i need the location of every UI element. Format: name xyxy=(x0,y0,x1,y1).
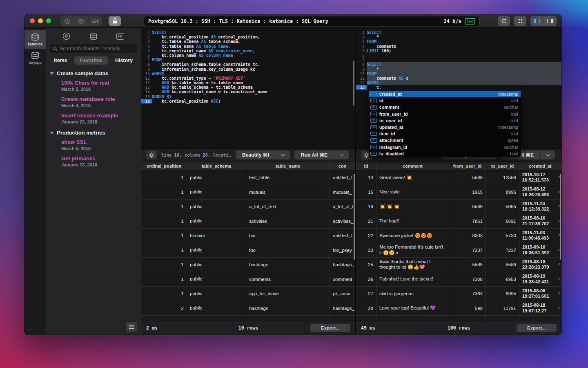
table-cell[interactable]: 2015-10-17 16:52:11.573‹ xyxy=(519,171,561,185)
table-row[interactable]: 26Fab shot! Love the jacket!730869532015… xyxy=(356,272,561,287)
table-cell[interactable]: 7364 xyxy=(449,287,486,301)
code-line[interactable]: 8 information_schema.table_constraints t… xyxy=(141,62,355,67)
table-cell[interactable]: untitled_t xyxy=(330,229,355,243)
table-row[interactable]: 1publicfoofoo_pkey xyxy=(141,243,355,258)
table-cell[interactable]: bar xyxy=(246,229,330,243)
table-cell[interactable]: 2015-11-03 11:00:48.493‹ xyxy=(519,229,561,243)
cancel-query-button[interactable] xyxy=(60,16,74,26)
table-cell[interactable]: 5569 xyxy=(449,200,486,214)
table-cell[interactable]: 2 xyxy=(141,301,187,316)
column-header[interactable]: comment xyxy=(376,162,449,170)
table-cell[interactable]: pk_snoa xyxy=(330,287,355,301)
table-cell[interactable]: public xyxy=(187,258,246,272)
table-cell[interactable]: foo xyxy=(246,243,330,258)
table-cell[interactable]: foo_pkey xyxy=(330,243,355,258)
code-line[interactable]: 6 kc.column_name AS column_name xyxy=(141,53,355,58)
table-cell[interactable]: 2015-08-12 10:26:20.693‹ xyxy=(519,185,561,200)
table-row[interactable]: 1bimbimbaruntitled_t xyxy=(141,229,355,243)
table-row[interactable]: 21The bag!!785166912015-08-16 21:17:39.7… xyxy=(356,214,561,229)
code-line[interactable]: 1SELECT xyxy=(356,30,561,35)
column-header[interactable]: id xyxy=(356,162,376,170)
table-cell[interactable]: comments xyxy=(246,272,330,287)
table-cell[interactable]: 1 xyxy=(141,185,187,200)
table-row[interactable]: 25Aww thanks that's what I thought to lo… xyxy=(356,258,561,272)
table-cell[interactable]: a_lot_of_t xyxy=(330,200,355,214)
beautify-button[interactable]: Beautify ⌘I xyxy=(236,150,276,159)
export-button[interactable]: Export... xyxy=(310,324,350,332)
code-line[interactable]: 9 information_schema.key_column_usage kc xyxy=(141,67,355,72)
close-window-button[interactable] xyxy=(30,18,35,23)
table-cell[interactable]: 1915 xyxy=(449,185,486,200)
zoom-window-button[interactable] xyxy=(46,18,51,23)
code-line[interactable]: 1SELECT xyxy=(141,30,355,35)
tab-items[interactable]: Items xyxy=(54,58,67,63)
column-header[interactable]: con xyxy=(330,162,355,170)
table-row[interactable]: 14Great video! 💥5569125662015-10-17 16:5… xyxy=(356,171,561,185)
table-cell[interactable]: Fab shot! Love the jacket! xyxy=(376,272,449,287)
code-line[interactable]: 3FROM xyxy=(356,39,561,44)
table-cell[interactable]: 5665 xyxy=(486,200,519,214)
table-cell[interactable]: 5730 xyxy=(486,229,519,243)
autocomplete-item[interactable]: COLattachmentbytea xyxy=(369,137,521,144)
table-row[interactable]: 1publiccommentscomment xyxy=(141,272,355,287)
refresh-button[interactable] xyxy=(498,16,510,26)
database-icon[interactable] xyxy=(89,33,98,40)
table-cell[interactable]: 1 xyxy=(141,171,187,185)
code-line[interactable]: 4 comments xyxy=(356,44,561,49)
table-row[interactable]: 27skirt is gorgeous736489952015-08-06 19… xyxy=(356,287,561,301)
table-row[interactable]: 19💥 💥 💥556956652015-11-24 10:12:39.322‹ xyxy=(356,200,561,214)
autocomplete-item[interactable]: COLis_disabledbool xyxy=(369,150,521,157)
column-header[interactable]: to_user_id xyxy=(486,162,519,170)
search-input[interactable] xyxy=(60,46,134,52)
table-cell[interactable]: 23 xyxy=(356,243,376,258)
sidebar-menu-button[interactable] xyxy=(126,322,137,332)
tab-favorites[interactable]: Favorites xyxy=(74,56,108,65)
code-line[interactable]: 2 * xyxy=(356,35,561,39)
table-cell[interactable]: untitled_t xyxy=(330,171,355,185)
table-cell[interactable]: 21 xyxy=(356,214,376,229)
autocomplete-item[interactable]: COLupdated_attimestamp xyxy=(369,124,521,130)
autocomplete-item[interactable]: COLfrom_user_idint4 xyxy=(369,111,521,117)
table-cell[interactable]: hashtags_ xyxy=(330,301,355,316)
run-all-button[interactable]: Run All ⌘E xyxy=(294,150,334,159)
autocomplete-item[interactable]: COLidint4 xyxy=(369,97,521,104)
table-cell[interactable]: public xyxy=(187,301,246,316)
code-line[interactable]: 13 c. xyxy=(356,85,561,90)
table-cell[interactable]: 💥 💥 💥 xyxy=(376,200,449,214)
export-button[interactable]: Export... xyxy=(517,324,557,332)
table-cell[interactable]: 7237 xyxy=(449,243,486,258)
table-cell[interactable]: comment xyxy=(330,272,355,287)
toggle-right-panel-button[interactable] xyxy=(544,16,557,26)
table-row[interactable]: 28Love your top! Beautiful 💜599117912015… xyxy=(356,301,561,316)
table-cell[interactable]: 8995 xyxy=(486,185,519,200)
table-row[interactable]: 23Me too Fernanda! It's cute isn't it 🙂😊… xyxy=(356,243,561,258)
code-line[interactable]: 2 kc.ordinal_position AS ordinal_positio… xyxy=(141,35,355,39)
table-row[interactable]: 1publicactivitiesactivities_ xyxy=(141,214,355,229)
column-header[interactable]: ordinal_position xyxy=(141,162,187,170)
code-line[interactable]: 16 kc.ordinal_position ASC; xyxy=(141,99,355,103)
table-cell[interactable]: activities_ xyxy=(330,214,355,229)
table-cell[interactable]: 22 xyxy=(356,229,376,243)
table-cell[interactable]: 2015-11-24 10:12:39.322‹ xyxy=(519,200,561,214)
table-cell[interactable]: public xyxy=(187,171,246,185)
table-cell[interactable]: 27 xyxy=(356,287,376,301)
table-cell[interactable]: 2015-08-06 19:27:01.601‹ xyxy=(519,287,561,301)
autocomplete-item[interactable]: COLcommentvarchar xyxy=(369,104,521,110)
code-line[interactable]: 4 tc.table_name AS table_name, xyxy=(141,44,355,49)
favorite-item[interactable]: Insert release exampleJanuary 23, 2018 xyxy=(61,112,138,125)
table-cell[interactable]: mutuals xyxy=(246,185,330,200)
table-cell[interactable] xyxy=(141,316,187,321)
table-cell[interactable]: hashtags xyxy=(246,301,330,316)
table-row[interactable] xyxy=(141,316,355,321)
table-row[interactable]: 22Awesome jacket 😍😍😍830357302015-11-03 1… xyxy=(356,229,561,243)
table-row[interactable]: 2015-11-02‹ xyxy=(356,316,561,321)
table-cell[interactable]: 6691 xyxy=(486,214,519,229)
table-row[interactable]: 2publichashtagshashtags_ xyxy=(141,301,355,316)
table-row[interactable]: 15Nice style191589952015-08-12 10:26:20.… xyxy=(356,185,561,200)
favorite-item[interactable]: Get primariesJanuary 23, 2018 xyxy=(61,155,138,168)
table-cell[interactable]: 1 xyxy=(141,229,187,243)
table-cell[interactable]: 15 xyxy=(356,185,376,200)
code-line[interactable]: 6 xyxy=(356,53,561,58)
table-row[interactable]: 1publicmutualsmutuals_ xyxy=(141,185,355,200)
table-cell[interactable]: public xyxy=(187,287,246,301)
